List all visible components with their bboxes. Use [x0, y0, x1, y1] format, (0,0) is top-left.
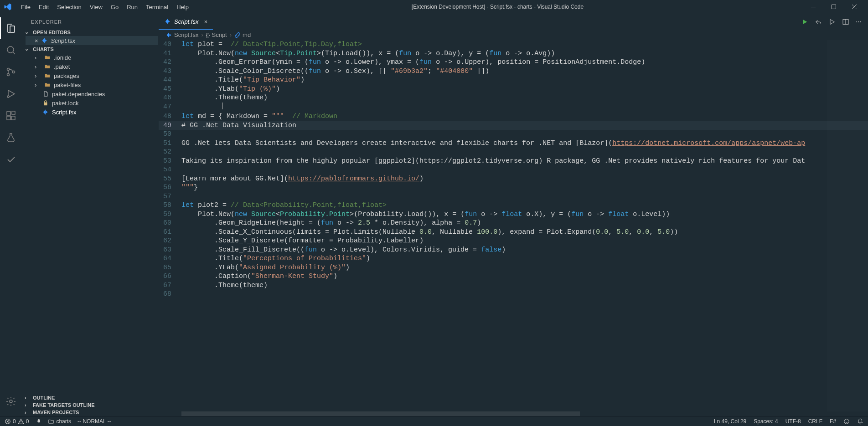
- svg-rect-8: [7, 116, 10, 120]
- status-mode-text: -- NORMAL --: [78, 418, 111, 425]
- code-editor[interactable]: 40let plot = // Data<Tip.Point,Tip.Day,f…: [159, 40, 868, 411]
- activity-extensions[interactable]: [0, 105, 22, 127]
- breadcrumb-item[interactable]: Script.fsx: [166, 31, 198, 38]
- file-item[interactable]: paket.dependencies: [26, 89, 158, 98]
- workspace-header[interactable]: ⌄ CHARTS: [22, 45, 158, 53]
- code-line[interactable]: 43 .Scale_Color_Discrete((fun o -> o.Sex…: [159, 67, 868, 76]
- code-line[interactable]: 45 .YLab("Tip (%)"): [159, 85, 868, 94]
- status-fire-icon[interactable]: [35, 418, 41, 425]
- status-eol[interactable]: CRLF: [808, 418, 822, 425]
- file-icon: [42, 90, 49, 98]
- code-line[interactable]: 61 .Scale_X_Continuous(limits = Plot.Lim…: [159, 228, 868, 237]
- activity-source-control[interactable]: [0, 61, 22, 83]
- minimap[interactable]: [827, 40, 868, 411]
- activity-search[interactable]: [0, 39, 22, 61]
- more-icon[interactable]: ⋯: [856, 18, 862, 26]
- folder-item[interactable]: ›paket-files: [26, 80, 158, 89]
- menu-terminal[interactable]: Terminal: [142, 2, 172, 12]
- close-icon[interactable]: ×: [35, 37, 38, 44]
- code-line[interactable]: 59 Plot.New(new Source<Probability.Point…: [159, 210, 868, 219]
- close-button[interactable]: [844, 0, 864, 14]
- code-line[interactable]: 55[Learn more about GG.Net](https://pabl…: [159, 175, 868, 184]
- scrollbar-thumb[interactable]: [181, 411, 580, 416]
- sidebar-title: EXPLORER: [22, 14, 158, 28]
- code-line[interactable]: 66 .Caption("Sherman-Kent Study"): [159, 272, 868, 281]
- send-icon[interactable]: [815, 18, 822, 26]
- horizontal-scrollbar[interactable]: [181, 411, 845, 416]
- code-line[interactable]: 62 .Scale_Y_Discrete(formatter = Probabi…: [159, 236, 868, 246]
- file-item[interactable]: paket.lock: [26, 98, 158, 108]
- code-line[interactable]: 56"""}: [159, 183, 868, 192]
- code-line[interactable]: 64 .Title("Perceptions of Probabilities"…: [159, 254, 868, 263]
- line-number: 62: [159, 236, 181, 246]
- code-line[interactable]: 42 .Geom_ErrorBar(ymin = (fun o -> o.Low…: [159, 58, 868, 67]
- code-line[interactable]: 48let md = { Markdown = """ // Markdown: [159, 112, 868, 121]
- section-maven-projects[interactable]: ›MAVEN PROJECTS: [22, 409, 158, 416]
- status-spaces[interactable]: Spaces: 4: [754, 418, 778, 425]
- activity-explorer[interactable]: [0, 17, 22, 39]
- folder-item[interactable]: ›.paket: [26, 62, 158, 71]
- chevron-right-icon: ›: [25, 410, 31, 415]
- code-line[interactable]: 65 .YLab("Assigned Probability (%)"): [159, 263, 868, 272]
- code-line[interactable]: 47: [159, 103, 868, 113]
- status-folder[interactable]: charts: [48, 418, 71, 425]
- activity-settings[interactable]: [0, 390, 22, 412]
- code-line[interactable]: 54: [159, 165, 868, 175]
- line-number: 56: [159, 183, 181, 192]
- status-problems[interactable]: 0 0: [5, 418, 29, 425]
- code-line[interactable]: 68: [159, 290, 868, 299]
- open-editors-label: OPEN EDITORS: [33, 30, 71, 35]
- menu-selection[interactable]: Selection: [53, 2, 85, 12]
- code-text: let plot2 = // Data<Probability.Point,fl…: [181, 201, 868, 210]
- status-feedback-icon[interactable]: [843, 418, 850, 425]
- menu-view[interactable]: View: [86, 2, 106, 12]
- code-line[interactable]: 41 Plot.New(new Source<Tip.Point>(Tip.Lo…: [159, 49, 868, 58]
- code-line[interactable]: 63 .Scale_Fill_Discrete((fun o -> o.Leve…: [159, 246, 868, 255]
- status-language[interactable]: F#: [830, 418, 836, 425]
- code-line[interactable]: 40let plot = // Data<Tip.Point,Tip.Day,f…: [159, 40, 868, 49]
- code-line[interactable]: 52: [159, 148, 868, 157]
- code-line[interactable]: 67 .Theme(theme): [159, 281, 868, 290]
- breadcrumbs[interactable]: Script.fsx›{}Script›md: [159, 30, 868, 40]
- code-line[interactable]: 60 .Geom_RidgeLine(height = (fun o -> 2.…: [159, 219, 868, 228]
- breadcrumb-item[interactable]: {}Script: [206, 31, 227, 38]
- code-line[interactable]: 50: [159, 130, 868, 139]
- minimize-button[interactable]: [803, 0, 823, 14]
- menu-go[interactable]: Go: [107, 2, 122, 12]
- fsx-icon: [42, 108, 49, 116]
- code-line[interactable]: 57: [159, 192, 868, 201]
- code-line[interactable]: 46 .Theme(theme): [159, 93, 868, 103]
- editor-tab[interactable]: Script.fsx ×: [159, 14, 213, 30]
- split-editor-icon[interactable]: [842, 18, 849, 26]
- play-outline-icon[interactable]: [828, 18, 836, 26]
- tab-close-icon[interactable]: ×: [204, 18, 207, 25]
- open-editors-header[interactable]: ⌄ OPEN EDITORS: [22, 28, 158, 36]
- menu-run[interactable]: Run: [123, 2, 141, 12]
- open-editor-item[interactable]: × Script.fsx: [26, 36, 158, 45]
- folder-item[interactable]: ›packages: [26, 71, 158, 80]
- menu-file[interactable]: File: [17, 2, 34, 12]
- line-number: 41: [159, 49, 181, 58]
- status-bell-icon[interactable]: [857, 418, 863, 425]
- activity-check[interactable]: [0, 149, 22, 170]
- maximize-button[interactable]: [823, 0, 844, 14]
- status-encoding[interactable]: UTF-8: [785, 418, 801, 425]
- code-line[interactable]: 51GG .Net lets Data Scientists and Devel…: [159, 139, 868, 148]
- breadcrumb-item[interactable]: md: [234, 31, 251, 38]
- code-line[interactable]: 49# GG .Net Data Visualization: [159, 121, 868, 130]
- status-cursor[interactable]: Ln 49, Col 29: [714, 418, 746, 425]
- folder-item[interactable]: ›.ionide: [26, 53, 158, 62]
- fsharp-file-icon: [164, 18, 171, 25]
- activity-run-debug[interactable]: [0, 83, 22, 105]
- file-item[interactable]: Script.fsx: [26, 108, 158, 117]
- code-line[interactable]: 58let plot2 = // Data<Probability.Point,…: [159, 201, 868, 210]
- section-outline[interactable]: ›OUTLINE: [22, 394, 158, 401]
- run-icon[interactable]: [801, 18, 808, 26]
- svg-point-4: [7, 74, 10, 76]
- section-fake-targets-outline[interactable]: ›FAKE TARGETS OUTLINE: [22, 401, 158, 409]
- activity-testing[interactable]: [0, 127, 22, 149]
- code-line[interactable]: 44 .Title("Tip Behavior"): [159, 76, 868, 85]
- menu-help[interactable]: Help: [173, 2, 192, 12]
- menu-edit[interactable]: Edit: [35, 2, 52, 12]
- code-line[interactable]: 53Taking its inspiration from the highly…: [159, 157, 868, 166]
